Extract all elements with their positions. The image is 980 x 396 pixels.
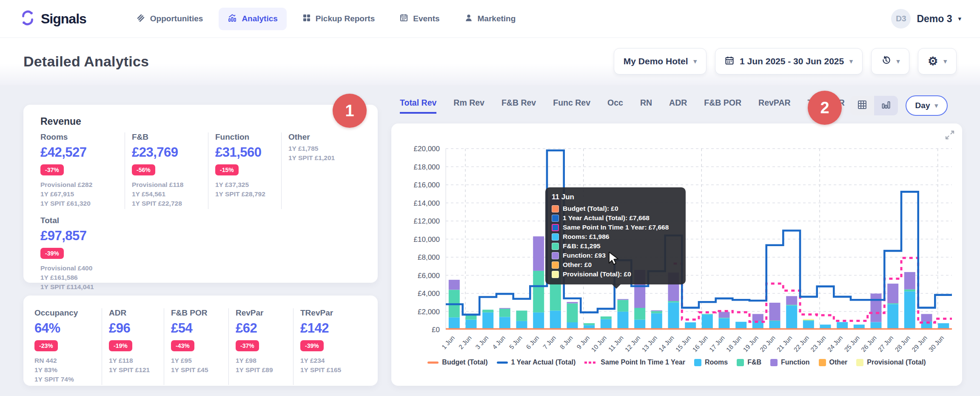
svg-text:8 Jun: 8 Jun xyxy=(558,334,574,351)
annotation-badge-1: 1 xyxy=(333,94,367,128)
stat-value: £54 xyxy=(171,321,222,336)
chevron-down-icon: ▾ xyxy=(934,102,938,109)
tab-f-b-rev[interactable]: F&B Rev xyxy=(501,98,536,114)
svg-text:6 Jun: 6 Jun xyxy=(524,334,540,351)
change-badge: -56% xyxy=(132,164,155,175)
kpi-column-f-b-por: F&B POR£54-43%1Y £951Y SPIT £45 xyxy=(164,308,228,385)
stat-subline: 1Y SPIT £89 xyxy=(236,366,286,374)
table-icon xyxy=(857,100,867,112)
tooltip-row: Rooms: £1,986 xyxy=(552,233,679,241)
change-badge: -15% xyxy=(215,164,239,175)
kpi-column-adr: ADR£96-19%1Y £1181Y SPIT £121 xyxy=(102,308,164,385)
svg-text:13 Jun: 13 Jun xyxy=(640,334,658,353)
total-label: Total xyxy=(40,216,134,225)
legend-label: Same Point In Time 1 Year xyxy=(601,359,685,366)
change-badge: -19% xyxy=(109,340,132,351)
tooltip-swatch xyxy=(552,252,559,259)
stat-subline: 1Y SPIT 74% xyxy=(34,376,95,383)
legend-item-other: Other xyxy=(819,359,848,366)
user-name: Demo 3 xyxy=(917,13,952,25)
chevron-down-icon: ▾ xyxy=(897,57,900,65)
table-view-button[interactable] xyxy=(850,96,874,115)
svg-text:£16,000: £16,000 xyxy=(414,181,440,189)
tooltip-label: Provisional (Total): £0 xyxy=(563,270,631,278)
nav-item-opportunities[interactable]: Opportunities xyxy=(127,8,212,30)
tab-rn[interactable]: RN xyxy=(640,98,652,114)
svg-text:£18,000: £18,000 xyxy=(414,163,440,171)
nav-item-analytics[interactable]: Analytics xyxy=(219,8,286,30)
svg-text:5 Jun: 5 Jun xyxy=(508,334,524,351)
svg-text:19 Jun: 19 Jun xyxy=(741,334,760,353)
legend-item-f-b: F&B xyxy=(737,359,761,366)
settings-button[interactable]: ⚙ ▾ xyxy=(918,48,957,75)
tooltip-swatch xyxy=(552,271,559,278)
tab-adr[interactable]: ADR xyxy=(669,98,687,114)
change-badge: -39% xyxy=(40,248,64,259)
svg-text:£20,000: £20,000 xyxy=(414,145,440,153)
history-button[interactable]: ▾ xyxy=(871,48,910,75)
tab-func-rev[interactable]: Func Rev xyxy=(553,98,590,114)
svg-text:30 Jun: 30 Jun xyxy=(927,334,946,353)
svg-text:28 Jun: 28 Jun xyxy=(893,334,912,353)
chart-card: £0£2,000£4,000£6,000£8,000£10,000£12,000… xyxy=(391,123,962,386)
svg-text:16 Jun: 16 Jun xyxy=(691,334,709,353)
nav-item-events[interactable]: Events xyxy=(390,8,448,30)
stat-subline: RN 442 xyxy=(34,357,95,364)
brand-logo[interactable]: Signals xyxy=(19,9,86,29)
stat-subline: 1Y £118 xyxy=(109,357,157,364)
svg-text:£8,000: £8,000 xyxy=(418,253,440,261)
stat-subline: 1Y £1,785 xyxy=(288,145,359,152)
analytics-icon xyxy=(228,13,237,25)
stat-subline: 1Y SPIT £114,041 xyxy=(40,283,134,291)
legend-label: Other xyxy=(829,359,848,366)
chart-view-button[interactable] xyxy=(874,96,898,115)
history-icon xyxy=(881,55,891,68)
tab-revpar[interactable]: RevPAR xyxy=(758,98,791,114)
tooltip-row: Provisional (Total): £0 xyxy=(552,270,679,278)
nav-item-pickup-reports[interactable]: Pickup Reports xyxy=(293,8,384,30)
tooltip-arrow xyxy=(612,284,621,289)
change-badge: -37% xyxy=(40,164,64,175)
tab-f-b-por[interactable]: F&B POR xyxy=(704,98,741,114)
tab-rm-rev[interactable]: Rm Rev xyxy=(453,98,484,114)
svg-text:29 Jun: 29 Jun xyxy=(910,334,929,353)
tooltip-date: 11 Jun xyxy=(552,193,679,201)
tooltip-swatch xyxy=(552,215,559,222)
legend-swatch xyxy=(497,362,508,364)
svg-text:2 Jun: 2 Jun xyxy=(457,334,473,351)
svg-text:£14,000: £14,000 xyxy=(414,199,440,207)
tab-total-rev[interactable]: Total Rev xyxy=(400,98,436,114)
date-range-picker[interactable]: 1 Jun 2025 - 30 Jun 2025 ▾ xyxy=(715,48,863,75)
svg-text:12 Jun: 12 Jun xyxy=(624,334,642,353)
kpi-column-revpar: RevPar£62-37%1Y £981Y SPIT £89 xyxy=(228,308,293,385)
change-badge: -39% xyxy=(300,340,324,351)
events-icon xyxy=(399,13,408,24)
tooltip-label: Same Point In Time 1 Year: £7,668 xyxy=(563,224,669,231)
user-menu[interactable]: D3 Demo 3 ▾ xyxy=(891,9,961,29)
title-bar: Detailed Analytics My Demo Hotel ▾ xyxy=(0,37,980,85)
stat-label: Occupancy xyxy=(34,308,95,318)
legend-label: Rooms xyxy=(705,359,728,366)
tab-occ[interactable]: Occ xyxy=(607,98,623,114)
gear-icon: ⚙ xyxy=(928,56,938,67)
annotation-badge-2: 2 xyxy=(808,91,842,125)
hotel-selector[interactable]: My Demo Hotel ▾ xyxy=(614,48,707,75)
svg-text:£6,000: £6,000 xyxy=(418,272,440,280)
top-nav: Signals Opportunities xyxy=(0,0,980,37)
chevron-down-icon: ▾ xyxy=(849,57,853,65)
stat-subline: 1Y £234 xyxy=(300,357,359,364)
change-badge: -43% xyxy=(171,340,194,351)
legend-item-rooms: Rooms xyxy=(694,359,728,366)
stat-subline: 1Y SPIT £22,728 xyxy=(132,200,201,207)
svg-text:25 Jun: 25 Jun xyxy=(843,334,861,353)
stat-value: £142 xyxy=(300,321,359,336)
app-root: Signals Opportunities xyxy=(0,0,980,396)
legend-item-function: Function xyxy=(770,359,810,366)
interval-selector[interactable]: Day ▾ xyxy=(906,95,948,116)
stat-subline: Provisional £118 xyxy=(132,181,201,189)
kpi-column-occupancy: Occupancy64%-23%RN 4421Y 83%1Y SPIT 74% xyxy=(34,308,102,385)
legend-swatch xyxy=(819,359,826,366)
chevron-down-icon: ▾ xyxy=(694,57,697,65)
legend-swatch xyxy=(584,362,597,364)
nav-item-marketing[interactable]: Marketing xyxy=(456,8,525,30)
